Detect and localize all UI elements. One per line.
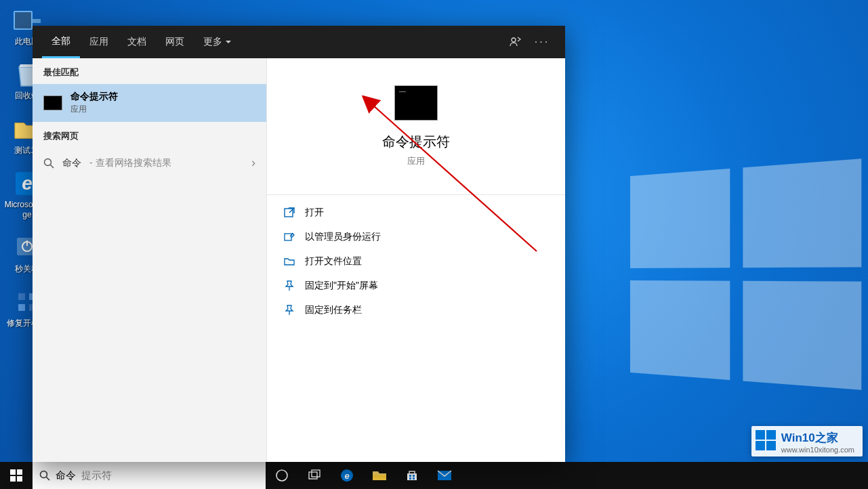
shield-icon: [283, 231, 295, 243]
svg-rect-27: [413, 475, 415, 477]
svg-rect-10: [285, 209, 293, 217]
feedback-button[interactable]: [501, 28, 529, 56]
taskbar-taskview[interactable]: [298, 462, 331, 489]
svg-rect-15: [17, 469, 22, 475]
svg-rect-21: [309, 472, 317, 479]
pin-icon: [283, 304, 295, 316]
search-typed-text: 命令: [56, 469, 76, 482]
preview-subtitle: 应用: [281, 155, 552, 167]
taskbar-store[interactable]: [396, 462, 428, 489]
action-label: 打开: [305, 207, 324, 219]
action-pin-start[interactable]: 固定到"开始"屏幕: [267, 274, 565, 298]
search-placeholder-text: 提示符: [81, 469, 112, 482]
taskbar-edge[interactable]: e: [331, 462, 363, 489]
result-cmd[interactable]: 命令提示符 应用: [33, 84, 266, 122]
svg-rect-3: [18, 293, 25, 300]
action-run-as-admin[interactable]: 以管理员身份运行: [267, 225, 565, 249]
web-search-item[interactable]: 命令 - 查看网络搜索结果 ›: [33, 148, 266, 178]
svg-point-7: [512, 38, 516, 42]
cortana-icon: [275, 469, 289, 482]
action-label: 固定到"开始"屏幕: [305, 280, 378, 292]
mail-icon: [437, 470, 452, 481]
web-query-prefix: 命令: [62, 157, 81, 169]
svg-rect-28: [409, 477, 411, 480]
action-open-location[interactable]: 打开文件位置: [267, 249, 565, 274]
web-query-suffix: - 查看网络搜索结果: [89, 157, 171, 169]
section-web: 搜索网页: [33, 122, 266, 148]
search-icon: [39, 470, 50, 481]
tab-web[interactable]: 网页: [156, 26, 194, 58]
tab-apps[interactable]: 应用: [80, 26, 118, 58]
pin-icon: [283, 280, 295, 292]
folder-icon: [283, 255, 295, 268]
svg-rect-29: [413, 477, 415, 480]
watermark-title-en: Win10: [781, 431, 815, 444]
start-button[interactable]: [0, 462, 33, 489]
windows-logo-background: [630, 158, 861, 389]
search-body: 最佳匹配 命令提示符 应用 搜索网页 命令 - 查看网络搜索结果 › 命令提示符…: [33, 58, 565, 462]
options-button[interactable]: ···: [529, 28, 556, 56]
result-title: 命令提示符: [70, 91, 255, 103]
preview-column: 命令提示符 应用 打开 以管理员身份运行 打开文件位置: [267, 58, 565, 462]
preview-cmd-icon: [394, 85, 438, 121]
folder-icon: [372, 469, 387, 482]
action-label: 打开文件位置: [305, 255, 362, 268]
search-icon: [43, 158, 54, 169]
svg-rect-5: [18, 304, 25, 311]
svg-rect-16: [10, 476, 16, 482]
svg-rect-17: [17, 476, 22, 482]
svg-text:e: e: [344, 471, 349, 481]
watermark-logo-icon: [756, 430, 776, 450]
taskbar: 命令提示符 e: [0, 462, 868, 489]
action-label: 以管理员身份运行: [305, 231, 381, 243]
tab-documents[interactable]: 文档: [118, 26, 156, 58]
action-list: 打开 以管理员身份运行 打开文件位置 固定到"开始"屏幕 固定到任务栏: [267, 195, 565, 328]
results-column: 最佳匹配 命令提示符 应用 搜索网页 命令 - 查看网络搜索结果 ›: [33, 58, 267, 462]
search-scope-tabs: 全部 应用 文档 网页 更多 ···: [33, 26, 565, 58]
watermark: Win10之家 www.win10xitong.com: [751, 426, 863, 456]
svg-point-18: [41, 471, 47, 478]
chevron-right-icon: ›: [251, 156, 255, 170]
taskbar-mail[interactable]: [428, 462, 461, 489]
taskbar-cortana[interactable]: [266, 462, 298, 489]
svg-point-8: [45, 158, 51, 165]
watermark-url: www.win10xitong.com: [781, 446, 854, 454]
taskbar-file-explorer[interactable]: [363, 462, 396, 489]
taskbar-search-input[interactable]: 命令提示符: [33, 462, 266, 489]
section-best-match: 最佳匹配: [33, 58, 266, 84]
tab-all[interactable]: 全部: [42, 26, 80, 58]
windows-icon: [10, 469, 22, 482]
cmd-icon: [43, 95, 62, 110]
taskview-icon: [308, 469, 321, 482]
svg-line-19: [47, 477, 50, 481]
svg-rect-14: [10, 469, 16, 475]
search-panel: 全部 应用 文档 网页 更多 ··· 最佳匹配 命令提示符 应用 搜索网页 命令…: [33, 26, 565, 462]
store-icon: [406, 469, 418, 482]
watermark-title-cn: 之家: [815, 431, 838, 444]
preview-title: 命令提示符: [281, 133, 552, 151]
action-pin-taskbar[interactable]: 固定到任务栏: [267, 298, 565, 322]
action-label: 固定到任务栏: [305, 304, 362, 316]
svg-rect-26: [409, 475, 411, 477]
svg-line-9: [51, 165, 54, 168]
open-icon: [283, 207, 295, 219]
tab-more[interactable]: 更多: [194, 26, 241, 58]
svg-rect-25: [373, 475, 386, 480]
action-open[interactable]: 打开: [267, 200, 565, 225]
svg-rect-12: [285, 234, 291, 240]
svg-point-20: [276, 470, 287, 481]
svg-rect-22: [312, 470, 320, 477]
result-subtitle: 应用: [70, 104, 255, 115]
edge-icon: e: [340, 469, 354, 482]
